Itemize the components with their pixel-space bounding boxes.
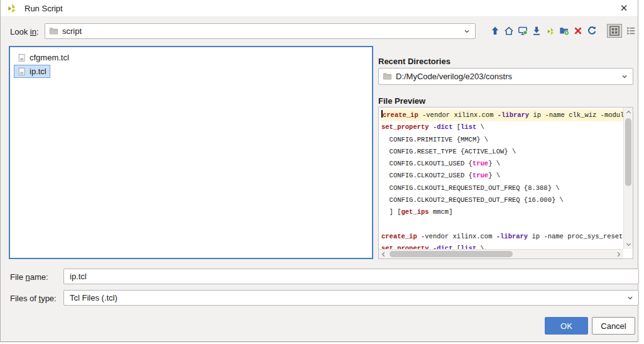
code-line: CONFIG.CLKOUT2_USED {true} \ — [381, 170, 623, 182]
file-list[interactable]: cfgmem.tclip.tcl — [9, 46, 373, 259]
look-in-value: script — [62, 26, 82, 36]
file-item-label: cfgmem.tcl — [30, 53, 69, 62]
delete-icon[interactable] — [571, 24, 585, 38]
folder-icon — [49, 26, 58, 36]
file-item-label: ip.tcl — [30, 67, 46, 76]
horizontal-scrollbar[interactable] — [379, 249, 623, 258]
file-name-value: ip.tcl — [70, 272, 87, 281]
code-line: ] [get_ips mmcm] — [381, 206, 623, 218]
tcl-file-icon — [18, 67, 26, 76]
ok-button[interactable]: OK — [545, 317, 588, 335]
scroll-left-icon[interactable] — [379, 250, 388, 259]
file-item[interactable]: ip.tcl — [14, 65, 50, 78]
code-line — [381, 219, 623, 231]
home-icon[interactable] — [502, 24, 516, 38]
title-bar: Run Script ✕ — [1, 0, 638, 17]
look-in-combobox[interactable]: script — [45, 23, 476, 39]
recent-directories-label: Recent Directories — [378, 57, 450, 66]
code-line: set_property -dict [list \ — [381, 243, 623, 249]
cancel-button[interactable]: Cancel — [592, 317, 635, 335]
vertical-scroll-thumb[interactable] — [625, 118, 631, 186]
tcl-file-icon — [18, 53, 26, 62]
files-of-type-label: Files of type: — [10, 294, 57, 303]
code-line: create_ip -vendor xilinx.com -library ip… — [381, 231, 623, 243]
file-item[interactable]: cfgmem.tcl — [14, 51, 73, 64]
file-preview-label: File Preview — [378, 96, 425, 106]
grid-view-icon[interactable] — [607, 24, 622, 38]
close-icon[interactable]: ✕ — [618, 2, 630, 14]
chevron-down-icon — [626, 294, 635, 302]
files-of-type-combobox[interactable]: Tcl Files (.tcl) — [63, 290, 639, 306]
window-title: Run Script — [25, 4, 63, 13]
code-line: CONFIG.CLKOUT2_REQUESTED_OUT_FREQ {16.00… — [381, 194, 623, 206]
create-new-folder-icon[interactable] — [557, 24, 571, 38]
preview-code: create_ip -vendor xilinx.com -library ip… — [379, 108, 623, 249]
recent-directory-value: D:/MyCode/verilog/e203/constrs — [396, 72, 512, 81]
code-line: create_ip -vendor xilinx.com -library ip… — [381, 109, 623, 121]
code-line: CONFIG.CLKOUT1_USED {true} \ — [381, 158, 623, 170]
chevron-down-icon — [620, 72, 629, 81]
view-mode-group — [607, 24, 638, 38]
file-name-label: File name: — [10, 272, 48, 282]
code-line: CONFIG.CLKOUT1_REQUESTED_OUT_FREQ {8.388… — [381, 182, 623, 194]
folder-icon — [383, 72, 392, 81]
run-script-dialog: Run Script ✕ Look in: script — [0, 0, 638, 342]
look-in-label: Look in: — [10, 27, 39, 36]
vertical-scrollbar[interactable] — [623, 108, 633, 249]
code-line: CONFIG.RESET_TYPE {ACTIVE_LOW} \ — [381, 146, 623, 158]
default-location-icon[interactable] — [530, 24, 543, 38]
files-of-type-value: Tcl Files (.tcl) — [70, 293, 117, 302]
scroll-down-icon[interactable] — [624, 240, 633, 249]
xilinx-logo-icon — [6, 3, 18, 14]
file-chooser-toolbar — [488, 24, 599, 38]
code-line: set_property -dict [list \ — [381, 121, 623, 133]
file-preview-pane[interactable]: create_ip -vendor xilinx.com -library ip… — [378, 107, 633, 259]
recent-directories-combobox[interactable]: D:/MyCode/verilog/e203/constrs — [378, 68, 633, 85]
horizontal-scroll-thumb[interactable] — [390, 251, 513, 257]
up-directory-icon[interactable] — [488, 24, 502, 38]
list-view-icon[interactable] — [623, 24, 638, 38]
scroll-up-icon[interactable] — [624, 108, 633, 117]
xilinx-installation-icon[interactable] — [543, 24, 557, 38]
scroll-right-icon[interactable] — [614, 250, 623, 259]
refresh-icon[interactable] — [585, 24, 599, 38]
desktop-icon[interactable] — [516, 24, 530, 38]
code-line: CONFIG.PRIMITIVE {MMCM} \ — [381, 134, 623, 146]
file-name-input[interactable]: ip.tcl — [63, 269, 639, 284]
chevron-down-icon — [462, 27, 471, 36]
